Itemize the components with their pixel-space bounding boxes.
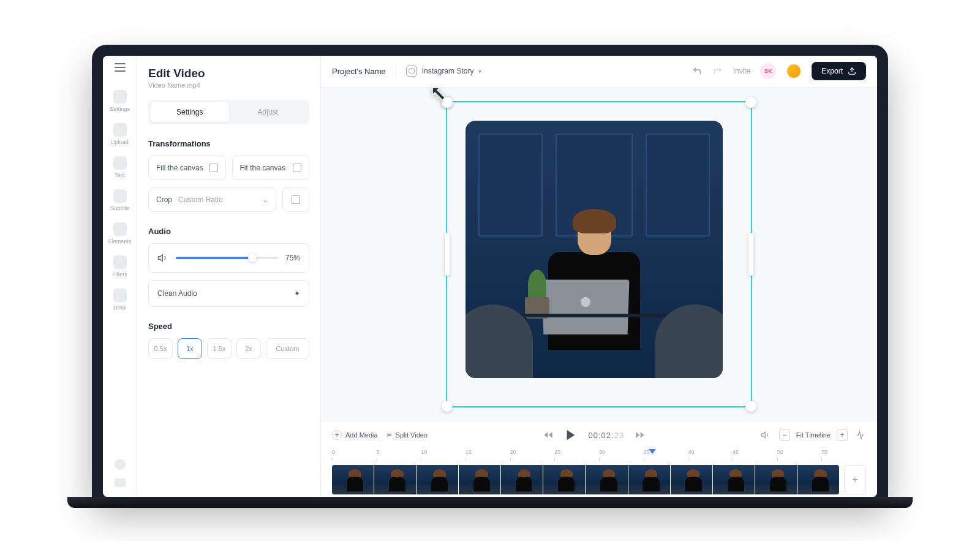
menu-icon[interactable] <box>115 63 126 72</box>
add-media-button[interactable]: +Add Media <box>332 430 378 440</box>
svg-marker-7 <box>761 432 765 437</box>
volume-control: 75% <box>148 243 309 273</box>
avatar-photo[interactable] <box>786 63 802 79</box>
upload-icon <box>113 123 127 137</box>
video-track[interactable] <box>332 465 839 494</box>
tab-segment: Settings Adjust <box>148 100 309 124</box>
edge-handle-right[interactable] <box>748 233 753 276</box>
time-display: 00:02:23 <box>589 431 625 440</box>
main-area: Project's Name Instagram Story ▾ Invite … <box>321 56 877 497</box>
invite-button[interactable]: Invite <box>733 67 751 75</box>
timeline-track-area: + <box>321 463 877 497</box>
corner-handle-bl[interactable] <box>442 401 453 412</box>
speed-heading: Speed <box>148 322 309 331</box>
timeline-toolbar: +Add Media ✂Split Video 00:02:23 − Fit T… <box>321 421 877 449</box>
upload-icon <box>848 67 856 75</box>
speed-0-5x[interactable]: 0.5x <box>148 338 173 359</box>
zoom-out-button[interactable]: − <box>779 429 790 441</box>
panel-subtitle: Video Name.mp4 <box>148 81 309 89</box>
keyboard-icon[interactable] <box>115 479 126 487</box>
speed-2x[interactable]: 2x <box>236 338 261 359</box>
playhead[interactable] <box>649 449 656 454</box>
text-icon <box>113 156 127 170</box>
platform-select[interactable]: Instagram Story ▾ <box>406 66 482 77</box>
rail-draw[interactable]: Draw <box>103 285 137 314</box>
track-thumbnail <box>755 465 797 494</box>
rail-elements[interactable]: Elements <box>103 219 137 248</box>
tab-settings[interactable]: Settings <box>151 102 229 122</box>
rail-filters[interactable]: Filters <box>103 252 137 281</box>
fill-canvas-button[interactable]: Fill the canvas <box>148 156 226 180</box>
corner-handle-br[interactable] <box>745 401 756 412</box>
selection-frame[interactable] <box>446 101 752 407</box>
rail-subtitle[interactable]: Subtitle <box>103 186 137 215</box>
track-thumbnail <box>671 465 712 494</box>
redo-button[interactable] <box>712 66 723 77</box>
corner-handle-tr[interactable] <box>745 97 756 108</box>
export-button[interactable]: Export <box>812 62 866 80</box>
speed-1x[interactable]: 1x <box>178 338 202 359</box>
rail-settings[interactable]: Settings <box>103 86 137 116</box>
track-thumbnail <box>374 465 416 494</box>
mute-button[interactable] <box>761 430 771 440</box>
plus-icon: + <box>332 430 342 440</box>
expand-icon <box>209 164 218 172</box>
corner-handle-tl[interactable] <box>442 97 453 108</box>
forward-button[interactable] <box>635 430 645 440</box>
elements-icon <box>113 222 127 236</box>
scissors-icon: ✂ <box>386 431 392 439</box>
svg-marker-4 <box>567 430 575 441</box>
track-thumbnail <box>501 465 543 494</box>
help-icon[interactable] <box>115 459 126 470</box>
clean-audio-button[interactable]: Clean Audio ✦ <box>148 280 309 307</box>
svg-marker-2 <box>544 432 548 437</box>
gear-icon <box>113 90 127 104</box>
draw-icon <box>113 289 127 302</box>
rail-upload[interactable]: Upload <box>103 119 137 149</box>
fit-icon <box>293 164 301 172</box>
panel-title: Edit Video <box>148 67 309 80</box>
track-thumbnail <box>417 465 458 494</box>
canvas[interactable] <box>321 88 877 421</box>
settings-panel: Edit Video Video Name.mp4 Settings Adjus… <box>137 56 321 497</box>
sparkle-icon: ✦ <box>294 289 300 298</box>
svg-marker-3 <box>548 432 552 437</box>
avatar-initials[interactable]: SK <box>760 63 776 79</box>
fit-timeline-label[interactable]: Fit Timeline <box>796 431 831 439</box>
play-button[interactable] <box>564 428 578 442</box>
track-thumbnail <box>713 465 755 494</box>
crop-icon <box>292 195 300 204</box>
track-thumbnail <box>628 465 670 494</box>
crop-button[interactable] <box>282 187 309 212</box>
volume-value: 75% <box>285 254 300 262</box>
svg-marker-5 <box>641 432 644 437</box>
fit-canvas-button[interactable]: Fit the canvas <box>232 156 310 180</box>
sidebar-rail: Settings Upload Text Subtitle Elements F… <box>103 56 137 497</box>
split-video-button[interactable]: ✂Split Video <box>386 431 428 439</box>
speed-custom[interactable]: Custom <box>266 338 309 359</box>
transformations-heading: Transformations <box>148 139 309 148</box>
tab-adjust[interactable]: Adjust <box>229 102 307 122</box>
chevron-down-icon: ▾ <box>478 68 481 75</box>
filters-icon <box>113 255 127 269</box>
svg-marker-6 <box>636 432 640 437</box>
track-thumbnail <box>332 465 374 494</box>
timeline-ruler[interactable]: 0 5 10 15 20 25 30 35 40 45 50 55 <box>321 449 877 463</box>
track-thumbnail <box>543 465 585 494</box>
instagram-icon <box>406 66 417 77</box>
zoom-in-button[interactable]: + <box>837 429 848 441</box>
track-thumbnail <box>586 465 627 494</box>
volume-icon[interactable] <box>157 252 168 263</box>
speed-1-5x[interactable]: 1.5x <box>207 338 232 359</box>
rewind-button[interactable] <box>543 430 553 440</box>
add-track-button[interactable]: + <box>844 465 866 494</box>
undo-button[interactable] <box>692 66 703 77</box>
volume-slider[interactable] <box>176 257 278 259</box>
waveform-button[interactable] <box>856 430 866 440</box>
project-name[interactable]: Project's Name <box>332 67 386 76</box>
edge-handle-left[interactable] <box>445 233 450 276</box>
topbar: Project's Name Instagram Story ▾ Invite … <box>321 56 877 88</box>
rail-text[interactable]: Text <box>103 153 137 182</box>
video-preview <box>466 121 723 378</box>
crop-select[interactable]: Crop Custom Ratio ⌄ <box>148 187 276 212</box>
